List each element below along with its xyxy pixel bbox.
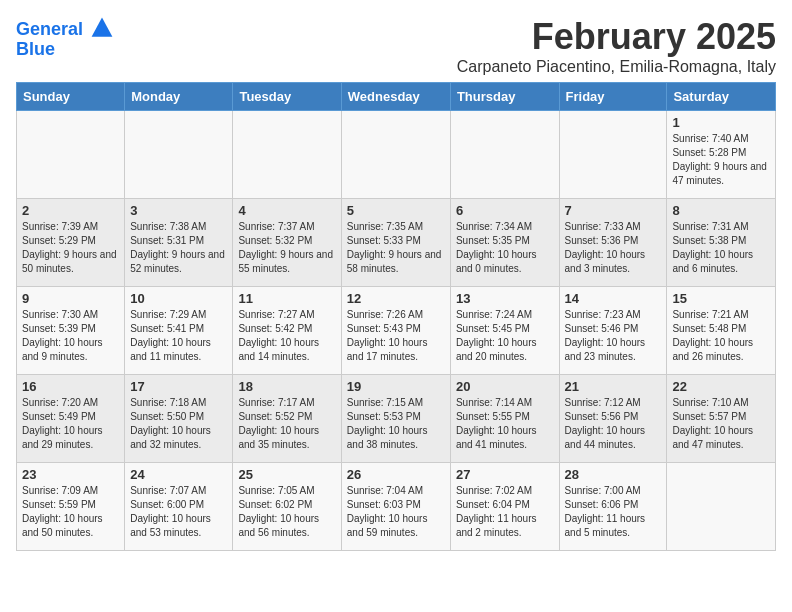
day-info: Sunrise: 7:23 AM Sunset: 5:46 PM Dayligh… [565, 308, 662, 364]
logo: General Blue [16, 20, 114, 60]
day-number: 2 [22, 203, 119, 218]
calendar-cell: 27Sunrise: 7:02 AM Sunset: 6:04 PM Dayli… [450, 463, 559, 551]
day-info: Sunrise: 7:38 AM Sunset: 5:31 PM Dayligh… [130, 220, 227, 276]
day-number: 20 [456, 379, 554, 394]
calendar-cell: 7Sunrise: 7:33 AM Sunset: 5:36 PM Daylig… [559, 199, 667, 287]
column-header-sunday: Sunday [17, 83, 125, 111]
calendar-week-row: 9Sunrise: 7:30 AM Sunset: 5:39 PM Daylig… [17, 287, 776, 375]
calendar-week-row: 2Sunrise: 7:39 AM Sunset: 5:29 PM Daylig… [17, 199, 776, 287]
calendar-cell: 3Sunrise: 7:38 AM Sunset: 5:31 PM Daylig… [125, 199, 233, 287]
calendar-cell: 19Sunrise: 7:15 AM Sunset: 5:53 PM Dayli… [341, 375, 450, 463]
calendar-cell: 5Sunrise: 7:35 AM Sunset: 5:33 PM Daylig… [341, 199, 450, 287]
day-info: Sunrise: 7:09 AM Sunset: 5:59 PM Dayligh… [22, 484, 119, 540]
day-info: Sunrise: 7:39 AM Sunset: 5:29 PM Dayligh… [22, 220, 119, 276]
day-number: 11 [238, 291, 335, 306]
calendar-cell: 14Sunrise: 7:23 AM Sunset: 5:46 PM Dayli… [559, 287, 667, 375]
calendar-cell: 6Sunrise: 7:34 AM Sunset: 5:35 PM Daylig… [450, 199, 559, 287]
calendar-cell: 26Sunrise: 7:04 AM Sunset: 6:03 PM Dayli… [341, 463, 450, 551]
day-info: Sunrise: 7:27 AM Sunset: 5:42 PM Dayligh… [238, 308, 335, 364]
day-info: Sunrise: 7:20 AM Sunset: 5:49 PM Dayligh… [22, 396, 119, 452]
day-number: 21 [565, 379, 662, 394]
calendar-cell: 8Sunrise: 7:31 AM Sunset: 5:38 PM Daylig… [667, 199, 776, 287]
day-number: 15 [672, 291, 770, 306]
column-header-friday: Friday [559, 83, 667, 111]
calendar-week-row: 23Sunrise: 7:09 AM Sunset: 5:59 PM Dayli… [17, 463, 776, 551]
calendar-cell: 1Sunrise: 7:40 AM Sunset: 5:28 PM Daylig… [667, 111, 776, 199]
calendar-cell: 17Sunrise: 7:18 AM Sunset: 5:50 PM Dayli… [125, 375, 233, 463]
calendar-cell: 16Sunrise: 7:20 AM Sunset: 5:49 PM Dayli… [17, 375, 125, 463]
column-header-wednesday: Wednesday [341, 83, 450, 111]
calendar-table: SundayMondayTuesdayWednesdayThursdayFrid… [16, 82, 776, 551]
page-header: General Blue February 2025 Carpaneto Pia… [16, 16, 776, 76]
day-number: 19 [347, 379, 445, 394]
day-info: Sunrise: 7:24 AM Sunset: 5:45 PM Dayligh… [456, 308, 554, 364]
calendar-cell [233, 111, 341, 199]
calendar-week-row: 1Sunrise: 7:40 AM Sunset: 5:28 PM Daylig… [17, 111, 776, 199]
day-number: 9 [22, 291, 119, 306]
day-info: Sunrise: 7:34 AM Sunset: 5:35 PM Dayligh… [456, 220, 554, 276]
calendar-cell [559, 111, 667, 199]
day-number: 28 [565, 467, 662, 482]
calendar-cell: 28Sunrise: 7:00 AM Sunset: 6:06 PM Dayli… [559, 463, 667, 551]
calendar-cell [125, 111, 233, 199]
day-number: 10 [130, 291, 227, 306]
day-info: Sunrise: 7:26 AM Sunset: 5:43 PM Dayligh… [347, 308, 445, 364]
day-info: Sunrise: 7:37 AM Sunset: 5:32 PM Dayligh… [238, 220, 335, 276]
calendar-cell: 13Sunrise: 7:24 AM Sunset: 5:45 PM Dayli… [450, 287, 559, 375]
calendar-cell: 12Sunrise: 7:26 AM Sunset: 5:43 PM Dayli… [341, 287, 450, 375]
day-info: Sunrise: 7:21 AM Sunset: 5:48 PM Dayligh… [672, 308, 770, 364]
day-info: Sunrise: 7:35 AM Sunset: 5:33 PM Dayligh… [347, 220, 445, 276]
day-number: 16 [22, 379, 119, 394]
logo-text-blue: Blue [16, 40, 114, 60]
day-info: Sunrise: 7:07 AM Sunset: 6:00 PM Dayligh… [130, 484, 227, 540]
calendar-cell [667, 463, 776, 551]
day-info: Sunrise: 7:00 AM Sunset: 6:06 PM Dayligh… [565, 484, 662, 540]
day-number: 8 [672, 203, 770, 218]
day-number: 6 [456, 203, 554, 218]
day-number: 18 [238, 379, 335, 394]
calendar-cell: 22Sunrise: 7:10 AM Sunset: 5:57 PM Dayli… [667, 375, 776, 463]
title-area: February 2025 Carpaneto Piacentino, Emil… [457, 16, 776, 76]
calendar-cell: 4Sunrise: 7:37 AM Sunset: 5:32 PM Daylig… [233, 199, 341, 287]
calendar-cell [450, 111, 559, 199]
day-info: Sunrise: 7:30 AM Sunset: 5:39 PM Dayligh… [22, 308, 119, 364]
calendar-cell: 20Sunrise: 7:14 AM Sunset: 5:55 PM Dayli… [450, 375, 559, 463]
day-number: 26 [347, 467, 445, 482]
day-number: 24 [130, 467, 227, 482]
calendar-cell: 18Sunrise: 7:17 AM Sunset: 5:52 PM Dayli… [233, 375, 341, 463]
calendar-header-row: SundayMondayTuesdayWednesdayThursdayFrid… [17, 83, 776, 111]
calendar-cell: 10Sunrise: 7:29 AM Sunset: 5:41 PM Dayli… [125, 287, 233, 375]
day-number: 7 [565, 203, 662, 218]
day-number: 25 [238, 467, 335, 482]
day-number: 12 [347, 291, 445, 306]
day-info: Sunrise: 7:10 AM Sunset: 5:57 PM Dayligh… [672, 396, 770, 452]
svg-marker-0 [92, 18, 113, 37]
calendar-cell: 24Sunrise: 7:07 AM Sunset: 6:00 PM Dayli… [125, 463, 233, 551]
calendar-cell: 15Sunrise: 7:21 AM Sunset: 5:48 PM Dayli… [667, 287, 776, 375]
column-header-saturday: Saturday [667, 83, 776, 111]
day-number: 13 [456, 291, 554, 306]
day-number: 23 [22, 467, 119, 482]
calendar-cell: 2Sunrise: 7:39 AM Sunset: 5:29 PM Daylig… [17, 199, 125, 287]
calendar-cell [341, 111, 450, 199]
calendar-cell [17, 111, 125, 199]
day-number: 1 [672, 115, 770, 130]
calendar-cell: 23Sunrise: 7:09 AM Sunset: 5:59 PM Dayli… [17, 463, 125, 551]
day-info: Sunrise: 7:02 AM Sunset: 6:04 PM Dayligh… [456, 484, 554, 540]
day-number: 4 [238, 203, 335, 218]
calendar-week-row: 16Sunrise: 7:20 AM Sunset: 5:49 PM Dayli… [17, 375, 776, 463]
calendar-cell: 9Sunrise: 7:30 AM Sunset: 5:39 PM Daylig… [17, 287, 125, 375]
day-info: Sunrise: 7:17 AM Sunset: 5:52 PM Dayligh… [238, 396, 335, 452]
day-number: 5 [347, 203, 445, 218]
column-header-monday: Monday [125, 83, 233, 111]
day-info: Sunrise: 7:04 AM Sunset: 6:03 PM Dayligh… [347, 484, 445, 540]
calendar-cell: 11Sunrise: 7:27 AM Sunset: 5:42 PM Dayli… [233, 287, 341, 375]
day-info: Sunrise: 7:05 AM Sunset: 6:02 PM Dayligh… [238, 484, 335, 540]
day-number: 22 [672, 379, 770, 394]
day-info: Sunrise: 7:15 AM Sunset: 5:53 PM Dayligh… [347, 396, 445, 452]
column-header-tuesday: Tuesday [233, 83, 341, 111]
month-title: February 2025 [457, 16, 776, 58]
day-number: 14 [565, 291, 662, 306]
day-number: 3 [130, 203, 227, 218]
day-info: Sunrise: 7:14 AM Sunset: 5:55 PM Dayligh… [456, 396, 554, 452]
